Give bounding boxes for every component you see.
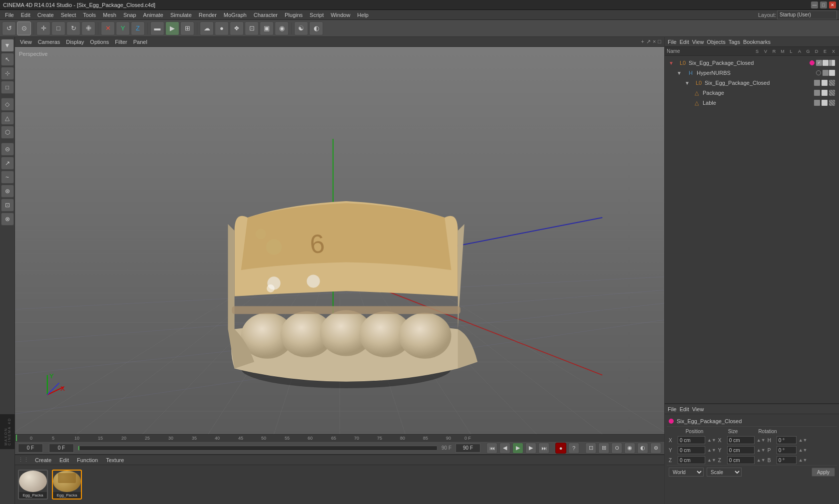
coord-x-size-arrow[interactable]: ▲▼ [757, 438, 766, 443]
maximize-button[interactable]: □ [820, 1, 827, 8]
transport-icon6[interactable]: ⊛ [650, 443, 661, 454]
go-start-button[interactable]: ⏮ [486, 443, 497, 454]
render-button[interactable]: ▶ [165, 21, 179, 35]
render-settings-button[interactable]: ⊞ [180, 21, 194, 35]
spline-button[interactable]: ● [215, 21, 229, 35]
prev-frame-button[interactable]: ◀ [499, 443, 510, 454]
filter-menu[interactable]: Filter [113, 39, 129, 45]
menu-help[interactable]: Help [354, 11, 372, 19]
attr-view-menu[interactable]: View [692, 406, 704, 412]
menu-tools[interactable]: Tools [80, 11, 99, 19]
coord-x-pos[interactable] [678, 436, 705, 444]
obj-mat-icon[interactable] [823, 60, 829, 66]
child-mat-icon[interactable] [822, 80, 828, 86]
viewport-close-icon[interactable]: × [653, 38, 656, 45]
end-frame-field[interactable] [455, 444, 480, 453]
select-button[interactable]: ⊙ [17, 21, 31, 35]
y-axis-button[interactable]: Y [116, 21, 130, 35]
obj-row-lable[interactable]: △ Lable [667, 98, 837, 108]
minimize-button[interactable]: — [811, 1, 818, 8]
material-swatch-2[interactable]: Egg_Packa [52, 470, 82, 500]
child-vis-icon[interactable] [814, 80, 820, 86]
display-menu[interactable]: Display [64, 39, 86, 45]
frame-field2[interactable] [49, 444, 74, 453]
menu-create[interactable]: Create [34, 11, 57, 19]
mat-create-menu[interactable]: Create [33, 457, 53, 463]
scale-select[interactable]: Scale [707, 468, 742, 477]
lable-vis-icon[interactable] [814, 100, 820, 106]
obj-view-menu[interactable]: View [692, 39, 704, 45]
coord-z-pos[interactable] [678, 456, 705, 464]
help-transport-button[interactable]: ? [568, 443, 579, 454]
rotate-tool[interactable]: ⊹ [1, 67, 14, 80]
coord-p-val[interactable] [777, 446, 797, 454]
obj-bookmarks-menu[interactable]: Bookmarks [743, 39, 771, 45]
obj-file-menu[interactable]: File [668, 39, 677, 45]
coord-b-arrow[interactable]: ▲▼ [799, 458, 808, 463]
world-select[interactable]: World Object [669, 468, 704, 477]
obj-row-package[interactable]: △ Package [667, 88, 837, 98]
coord-z-pos-arrow[interactable]: ▲▼ [707, 458, 716, 463]
menu-edit[interactable]: Edit [18, 11, 33, 19]
transport-icon2[interactable]: ⊞ [598, 443, 609, 454]
next-frame-button[interactable]: ▶ [525, 443, 536, 454]
transport-icon1[interactable]: ⊡ [585, 443, 596, 454]
tool4[interactable]: ⊛ [1, 185, 14, 198]
tool3[interactable]: ~ [1, 171, 14, 184]
go-end-button[interactable]: ⏭ [538, 443, 549, 454]
rotate-button[interactable]: ↻ [66, 21, 80, 35]
obj-tex-icon[interactable] [829, 60, 835, 66]
coord-y-pos-arrow[interactable]: ▲▼ [707, 448, 716, 453]
package-tex-icon[interactable] [829, 90, 835, 96]
mat-function-menu[interactable]: Function [75, 457, 100, 463]
obj-objects-menu[interactable]: Objects [707, 39, 725, 45]
mat-texture-menu[interactable]: Texture [104, 457, 126, 463]
scene-button[interactable]: ▣ [260, 21, 274, 35]
object-button[interactable]: □ [51, 21, 65, 35]
obj-tags-menu[interactable]: Tags [729, 39, 740, 45]
undo-button[interactable]: ↺ [2, 21, 16, 35]
menu-animate[interactable]: Animate [140, 11, 166, 19]
view-menu[interactable]: View [18, 39, 34, 45]
nurbs-button[interactable]: ❖ [230, 21, 244, 35]
package-vis-icon[interactable] [814, 90, 820, 96]
viewport-3d[interactable]: Perspective [15, 47, 664, 434]
coord-y-size-arrow[interactable]: ▲▼ [757, 448, 766, 453]
menu-mograph[interactable]: MoGraph [221, 11, 250, 19]
tool5[interactable]: ⊡ [1, 199, 14, 212]
add-button[interactable]: ✛ [36, 21, 50, 35]
render-region-button[interactable]: ▬ [150, 21, 164, 35]
transport-icon5[interactable]: ◐ [637, 443, 648, 454]
particles-button[interactable]: ◉ [275, 21, 289, 35]
scale-tool[interactable]: □ [1, 81, 14, 94]
scale-button[interactable]: ✙ [81, 21, 95, 35]
polygon-mode[interactable]: ◇ [1, 98, 14, 111]
z-axis-button[interactable]: Z [131, 21, 145, 35]
menu-plugins[interactable]: Plugins [282, 11, 306, 19]
coord-p-arrow[interactable]: ▲▼ [799, 448, 808, 453]
menu-select[interactable]: Select [58, 11, 79, 19]
tool6[interactable]: ⊗ [1, 213, 14, 226]
tool2[interactable]: ↗ [1, 157, 14, 170]
current-frame-field[interactable] [18, 444, 43, 453]
transport-icon3[interactable]: ⊙ [611, 443, 622, 454]
select-tool[interactable]: ▼ [1, 39, 14, 52]
attr-edit-menu[interactable]: Edit [680, 406, 689, 412]
menu-file[interactable]: File [2, 11, 17, 19]
lable-tex-icon[interactable] [829, 100, 835, 106]
coord-z-size[interactable] [727, 456, 755, 464]
obj-row-six-egg[interactable]: ▼ L0 Six_Egg_Package_Closed ✓ [667, 58, 837, 68]
panel-menu[interactable]: Panel [131, 39, 149, 45]
child-tex-icon[interactable] [829, 80, 835, 86]
coord-b-val[interactable] [777, 456, 797, 464]
coord-x-pos-arrow[interactable]: ▲▼ [707, 438, 716, 443]
edge-mode[interactable]: △ [1, 112, 14, 125]
coord-z-size-arrow[interactable]: ▲▼ [757, 458, 766, 463]
apply-button[interactable]: Apply [812, 468, 835, 477]
deformer-button[interactable]: ⊡ [245, 21, 259, 35]
obj-vis-icon[interactable]: ✓ [816, 60, 822, 66]
light-button[interactable]: ◐ [309, 21, 323, 35]
menu-simulate[interactable]: Simulate [167, 11, 195, 19]
hypernurbs-v-icon[interactable] [823, 70, 829, 76]
record-button[interactable]: ● [555, 443, 566, 454]
